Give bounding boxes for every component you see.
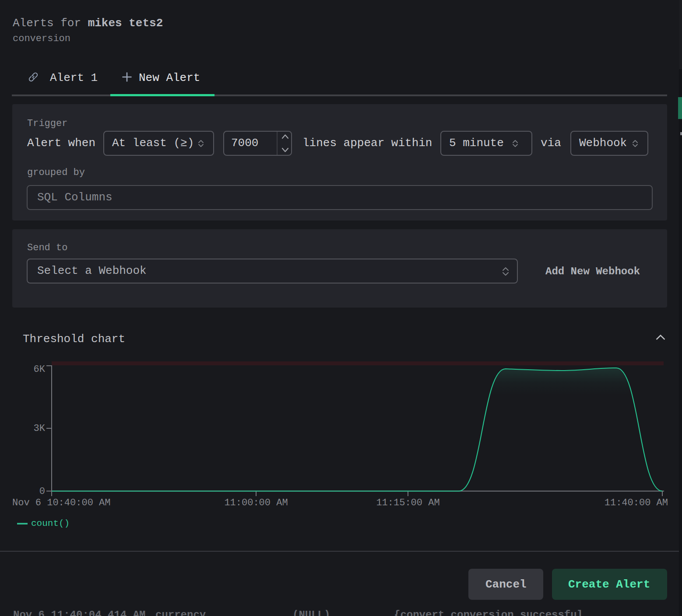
svg-text:11:40:00 AM: 11:40:00 AM <box>605 497 668 508</box>
svg-text:11:15:00 AM: 11:15:00 AM <box>376 497 439 508</box>
svg-text:Nov 6 10:40:00 AM: Nov 6 10:40:00 AM <box>12 497 110 508</box>
svg-text:0: 0 <box>39 486 45 497</box>
svg-text:6K: 6K <box>34 364 46 375</box>
svg-text:3K: 3K <box>34 423 46 434</box>
svg-text:11:00:00 AM: 11:00:00 AM <box>224 497 288 508</box>
